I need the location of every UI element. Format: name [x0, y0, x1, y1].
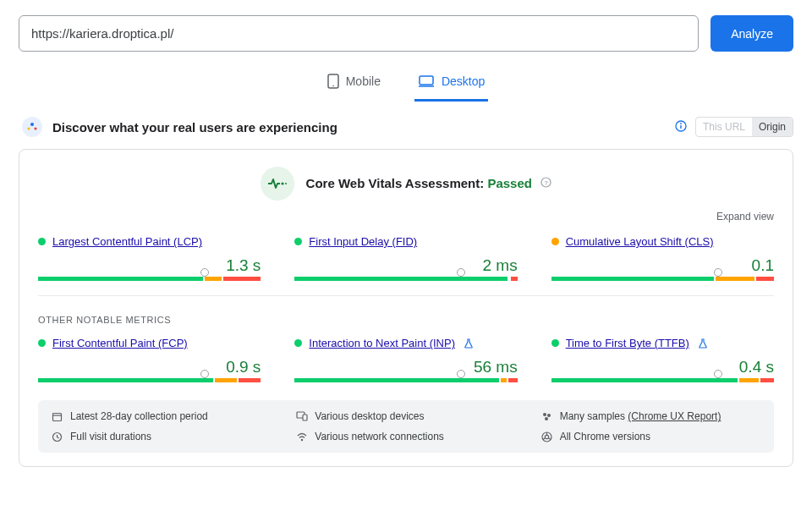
footer-durations: Full visit durations	[70, 431, 151, 442]
distribution-bar	[38, 378, 261, 385]
assessment-label: Core Web Vitals Assessment:	[306, 176, 488, 190]
tab-mobile-label: Mobile	[346, 74, 381, 88]
info-icon[interactable]	[675, 120, 687, 135]
scope-this-url: This URL	[696, 118, 752, 136]
distribution-bar	[38, 277, 261, 283]
calendar-icon	[52, 411, 63, 422]
percentile-marker	[203, 272, 205, 284]
other-metrics-grid: First Contentful Paint (FCP) 0.9 s Inter…	[38, 337, 774, 385]
tab-desktop-label: Desktop	[442, 74, 485, 88]
svg-point-5	[34, 127, 36, 129]
metric-value: 1.3 s	[38, 256, 261, 275]
status-dot-icon	[38, 238, 46, 245]
status-dot-icon	[38, 339, 46, 347]
help-icon[interactable]: ?	[540, 178, 551, 190]
svg-point-20	[301, 438, 303, 440]
chrome-ux-report-link[interactable]: (Chrome UX Report)	[628, 410, 721, 422]
section-title: Discover what your real users are experi…	[52, 120, 337, 135]
bar-poor-segment	[239, 378, 261, 382]
metric-card: First Contentful Paint (FCP) 0.9 s	[38, 337, 261, 385]
field-data-card: Core Web Vitals Assessment: Passed ? Exp…	[19, 149, 793, 467]
svg-point-17	[547, 414, 551, 417]
data-source-footer: Latest 28-day collection period Various …	[38, 400, 774, 453]
svg-point-1	[332, 85, 334, 87]
bar-good-segment	[551, 378, 738, 382]
distribution-bar	[551, 277, 774, 283]
analyze-button[interactable]: Analyze	[710, 15, 793, 52]
svg-point-8	[680, 123, 682, 124]
mobile-icon	[327, 74, 339, 89]
distribution-bar	[294, 378, 517, 385]
metric-name-link[interactable]: Largest Contentful Paint (LCP)	[52, 235, 202, 248]
metric-name-link[interactable]: First Input Delay (FID)	[309, 235, 417, 248]
url-input[interactable]	[19, 15, 699, 52]
network-icon	[296, 432, 308, 442]
field-data-icon	[22, 117, 42, 137]
svg-point-3	[30, 123, 34, 126]
distribution-bar	[294, 277, 517, 283]
metric-value: 0.9 s	[38, 358, 261, 376]
bar-poor-segment	[223, 277, 261, 281]
scope-toggle: This URL Origin	[695, 117, 793, 137]
bar-good-segment	[551, 277, 714, 281]
bar-poor-segment	[511, 277, 518, 281]
percentile-marker	[716, 374, 718, 386]
expand-view-link[interactable]: Expand view	[716, 211, 774, 223]
metric-name-link[interactable]: Cumulative Layout Shift (CLS)	[566, 235, 714, 248]
metric-name-link[interactable]: Time to First Byte (TTFB)	[566, 337, 689, 349]
bar-poor-segment	[508, 378, 517, 382]
bar-poor-segment	[756, 277, 774, 281]
percentile-marker	[716, 272, 718, 284]
bar-improve-segment	[739, 378, 759, 382]
svg-rect-15	[303, 415, 307, 420]
metric-card: Interaction to Next Paint (INP) 56 ms	[294, 337, 517, 385]
footer-period: Latest 28-day collection period	[70, 410, 208, 422]
svg-point-16	[543, 413, 546, 416]
bar-improve-segment	[215, 378, 237, 382]
chrome-icon	[541, 431, 553, 442]
desktop-icon	[418, 74, 435, 88]
samples-icon	[541, 411, 553, 422]
other-metrics-heading: OTHER NOTABLE METRICS	[38, 315, 774, 325]
metric-value: 0.4 s	[551, 358, 774, 376]
svg-rect-7	[680, 125, 681, 129]
percentile-marker	[203, 374, 205, 386]
bar-improve-segment	[501, 378, 508, 382]
metric-card: Time to First Byte (TTFB) 0.4 s	[551, 337, 774, 385]
tab-desktop[interactable]: Desktop	[414, 67, 488, 102]
status-dot-icon	[551, 238, 559, 245]
svg-rect-13	[53, 413, 62, 420]
assessment-text: Core Web Vitals Assessment: Passed ?	[306, 176, 552, 191]
metric-card: Cumulative Layout Shift (CLS) 0.1	[551, 235, 774, 283]
metric-name-link[interactable]: Interaction to Next Paint (INP)	[309, 337, 455, 349]
bar-good-segment	[294, 378, 498, 382]
clock-icon	[52, 431, 63, 442]
footer-chrome: All Chrome versions	[560, 431, 650, 442]
metric-name-link[interactable]: First Contentful Paint (FCP)	[52, 337, 188, 349]
vitals-icon	[261, 167, 294, 201]
svg-text:?: ?	[545, 179, 549, 187]
bar-good-segment	[38, 378, 213, 382]
distribution-bar	[551, 378, 774, 385]
svg-point-4	[27, 127, 30, 129]
footer-devices: Various desktop devices	[315, 410, 424, 422]
status-dot-icon	[294, 238, 302, 245]
bar-good-segment	[294, 277, 508, 281]
metric-card: Largest Contentful Paint (LCP) 1.3 s	[38, 235, 261, 283]
device-tabs: Mobile Desktop	[19, 67, 793, 102]
status-dot-icon	[294, 339, 302, 347]
status-dot-icon	[551, 339, 559, 347]
metric-value: 2 ms	[294, 256, 517, 275]
bar-improve-segment	[205, 277, 222, 281]
experimental-icon	[698, 338, 708, 349]
bar-good-segment	[38, 277, 203, 281]
svg-rect-2	[420, 76, 433, 85]
core-metrics-grid: Largest Contentful Paint (LCP) 1.3 s Fir…	[38, 235, 774, 283]
footer-network: Various network connections	[315, 431, 444, 442]
footer-samples: Many samples (Chrome UX Report)	[560, 410, 721, 422]
bar-poor-segment	[760, 378, 774, 382]
scope-origin[interactable]: Origin	[752, 118, 793, 136]
metric-card: First Input Delay (FID) 2 ms	[294, 235, 517, 283]
tab-mobile[interactable]: Mobile	[324, 67, 384, 102]
experimental-icon	[464, 338, 474, 349]
